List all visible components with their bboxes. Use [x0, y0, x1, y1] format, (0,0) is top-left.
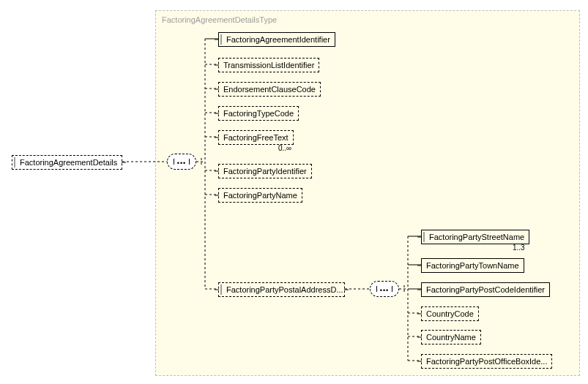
node-label: FactoringPartyIdentifier — [223, 167, 307, 176]
diagram-canvas: FactoringAgreementDetailsType — [0, 0, 588, 384]
attributes-indicator-icon — [220, 34, 222, 45]
node-factoring-agreement-identifier[interactable]: FactoringAgreementIdentifier — [218, 32, 335, 47]
node-factoring-party-town-name[interactable]: FactoringPartyTownName — [421, 258, 524, 273]
connector-stub-icon — [215, 195, 219, 196]
node-factoring-party-identifier[interactable]: FactoringPartyIdentifier — [218, 164, 312, 178]
connector-stub-icon — [215, 65, 219, 66]
node-label: EndorsementClauseCode — [223, 85, 316, 94]
node-label: FactoringAgreementIdentifier — [226, 35, 330, 44]
node-country-code[interactable]: CountryCode — [421, 306, 479, 321]
connector-stub-icon — [215, 39, 219, 40]
node-label: CountryCode — [426, 309, 474, 318]
connector-stub-icon — [215, 290, 219, 290]
connector-stub-icon — [122, 162, 126, 163]
sequence-inner-icon: ••• — [174, 159, 190, 165]
connector-stub-icon — [417, 266, 422, 266]
node-endorsement-clause-code[interactable]: EndorsementClauseCode — [218, 82, 321, 97]
node-label: FactoringPartyPostOfficeBoxIde... — [426, 357, 547, 366]
connector-stub-icon — [417, 314, 422, 315]
node-label: FactoringFreeText — [223, 133, 289, 142]
multiplicity-label: 1..3 — [513, 244, 525, 252]
node-factoring-type-code[interactable]: FactoringTypeCode — [218, 106, 299, 121]
node-root[interactable]: FactoringAgreementDetails — [12, 155, 122, 170]
node-factoring-party-name[interactable]: FactoringPartyName — [218, 188, 302, 203]
sequence-inner-icon: ••• — [376, 286, 392, 292]
attributes-indicator-icon — [14, 157, 15, 167]
node-factoring-party-street-name[interactable]: FactoringPartyStreetName — [421, 230, 529, 244]
attributes-indicator-icon — [220, 285, 222, 295]
node-factoring-party-post-code-identifier[interactable]: FactoringPartyPostCodeIdentifier — [421, 282, 550, 297]
node-label: FactoringTypeCode — [223, 109, 294, 118]
multiplicity-label: 0..∞ — [278, 144, 291, 152]
connector-stub-icon — [215, 113, 219, 114]
node-transmission-list-identifier[interactable]: TransmissionListIdentifier — [218, 58, 319, 72]
connector-stub-icon — [417, 237, 422, 238]
node-label: FactoringPartyName — [223, 191, 297, 200]
node-label: FactoringPartyTownName — [426, 261, 519, 270]
sequence-connector[interactable]: ••• — [370, 281, 399, 297]
node-factoring-party-postal-address-details[interactable]: FactoringPartyPostalAddressD... — [218, 282, 345, 297]
sequence-dots-icon: ••• — [377, 288, 392, 293]
node-label: CountryName — [426, 333, 476, 342]
node-factoring-free-text[interactable]: FactoringFreeText — [218, 130, 294, 145]
node-label: FactoringAgreementDetails — [20, 158, 117, 167]
node-label: TransmissionListIdentifier — [223, 61, 314, 69]
connector-stub-icon — [215, 138, 219, 138]
attributes-indicator-icon — [423, 232, 425, 242]
node-label: FactoringPartyStreetName — [429, 233, 524, 241]
node-label: FactoringPartyPostCodeIdentifier — [426, 285, 545, 294]
connector-stub-icon — [215, 89, 219, 90]
connector-stub-icon — [417, 361, 422, 362]
connector-stub-icon — [417, 337, 422, 338]
node-label: FactoringPartyPostalAddressD... — [226, 285, 343, 294]
node-factoring-party-post-office-box-identifier[interactable]: FactoringPartyPostOfficeBoxIde... — [421, 354, 552, 369]
sequence-connector[interactable]: ••• — [167, 154, 196, 170]
sequence-dots-icon: ••• — [174, 161, 189, 165]
node-country-name[interactable]: CountryName — [421, 330, 481, 345]
connector-stub-icon — [417, 290, 422, 290]
connector-stub-icon — [344, 290, 349, 290]
connector-stub-icon — [215, 171, 219, 172]
